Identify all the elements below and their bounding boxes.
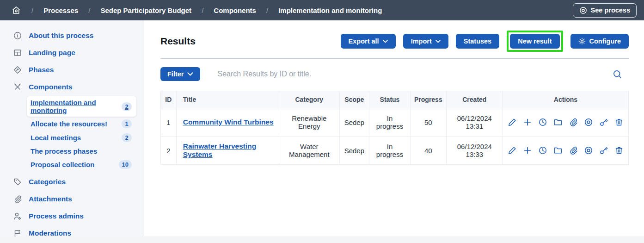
sidebar-item-label: Process admins <box>29 212 84 220</box>
header-scope: Scope <box>339 91 369 108</box>
sidebar-item-about[interactable]: About this process <box>0 28 144 44</box>
components-submenu: Implementation and monitoring 2 Allocate… <box>0 96 144 171</box>
phases-icon <box>13 66 22 74</box>
breadcrumb-separator: / <box>88 6 90 14</box>
created-date: 06/12/2024 <box>451 143 498 150</box>
sidebar-item-moderations[interactable]: Moderations <box>0 225 144 241</box>
export-all-button[interactable]: Export all <box>341 34 396 49</box>
statuses-button[interactable]: Statuses <box>456 34 499 49</box>
header-created: Created <box>446 91 503 108</box>
result-title-link[interactable]: Rainwater Harvesting Systems <box>183 142 257 158</box>
chevron-down-icon <box>435 40 441 43</box>
result-progress: 50 <box>411 108 447 137</box>
history-icon[interactable] <box>538 146 547 155</box>
history-icon[interactable] <box>538 118 547 127</box>
configure-label: Configure <box>589 37 621 45</box>
preview-icon <box>579 6 587 14</box>
header-divider <box>160 58 629 59</box>
new-result-button[interactable]: New result <box>510 34 559 49</box>
filter-label: Filter <box>167 70 184 78</box>
row-actions <box>508 146 624 155</box>
top-navigation-bar: / Processes / Sedep Participatory Budget… <box>0 0 644 20</box>
breadcrumb-current-component[interactable]: Implementation and monitoring <box>278 6 382 14</box>
sidebar-item-label: Components <box>29 83 73 91</box>
sidebar-subitem-allocate-the-resources[interactable]: Allocate the resources! 1 <box>31 117 136 131</box>
result-category: Renewable Energy <box>279 108 339 137</box>
new-result-label: New result <box>518 37 552 45</box>
export-all-label: Export all <box>349 37 379 45</box>
breadcrumb-process-name[interactable]: Sedep Participatory Budget <box>100 6 191 14</box>
sidebar-subitem-proposal-collection[interactable]: Proposal collection 10 <box>31 158 136 171</box>
tag-icon <box>13 178 22 186</box>
permissions-icon[interactable] <box>599 118 608 127</box>
created-time: 13:31 <box>451 122 498 130</box>
flag-icon <box>13 229 22 237</box>
result-scope: Sedep <box>339 108 369 137</box>
header-progress: Progress <box>411 91 447 108</box>
chevron-down-icon <box>383 40 388 43</box>
result-id: 2 <box>161 137 177 165</box>
header-title: Title <box>176 91 279 108</box>
result-title-link[interactable]: Community Wind Turbines <box>183 118 274 126</box>
sidebar-subitem-the-process-phases[interactable]: The process phases <box>31 145 136 157</box>
statuses-label: Statuses <box>464 37 491 45</box>
see-process-button[interactable]: See process <box>573 3 637 18</box>
edit-icon[interactable] <box>508 118 517 127</box>
import-label: Import <box>411 37 432 45</box>
created-date: 06/12/2024 <box>451 114 498 122</box>
count-badge: 2 <box>122 133 132 142</box>
highlight-annotation: New result <box>507 31 563 52</box>
filter-button[interactable]: Filter <box>160 67 200 81</box>
breadcrumb-components[interactable]: Components <box>214 6 256 14</box>
result-id: 1 <box>161 108 177 137</box>
result-status: In progress <box>369 108 411 137</box>
permissions-icon[interactable] <box>599 146 608 155</box>
info-icon <box>13 31 22 40</box>
preview-icon[interactable] <box>584 146 593 155</box>
import-button[interactable]: Import <box>403 34 448 49</box>
results-panel: Results Export all Import Statuses <box>144 20 644 236</box>
delete-icon[interactable] <box>614 146 624 155</box>
result-created: 06/12/2024 13:33 <box>446 137 503 165</box>
header-status: Status <box>369 91 411 108</box>
sidebar-subitem-label: The process phases <box>31 147 97 155</box>
edit-icon[interactable] <box>508 146 517 155</box>
breadcrumb-separator: / <box>266 6 268 14</box>
sidebar-item-phases[interactable]: Phases <box>0 62 144 78</box>
result-created: 06/12/2024 13:31 <box>446 108 503 137</box>
sidebar-item-label: Attachments <box>29 195 72 203</box>
sidebar-subitem-label: Proposal collection <box>31 161 94 168</box>
breadcrumb-separator: / <box>31 6 33 14</box>
sidebar-item-attachments[interactable]: Attachments <box>0 191 144 207</box>
breadcrumb-processes[interactable]: Processes <box>43 6 78 14</box>
add-icon[interactable] <box>523 118 532 127</box>
folder-icon[interactable] <box>553 146 563 155</box>
search-icon[interactable] <box>613 69 622 79</box>
sidebar-item-label: About this process <box>29 31 93 40</box>
configure-button[interactable]: Configure <box>570 34 629 49</box>
sidebar-subitem-local-meetings[interactable]: Local meetings 2 <box>31 131 136 144</box>
row-actions <box>508 118 624 127</box>
search-input[interactable] <box>217 70 613 78</box>
attachment-icon[interactable] <box>569 146 578 155</box>
sidebar-item-components[interactable]: Components <box>0 79 144 95</box>
result-category: Water Management <box>279 137 339 165</box>
folder-icon[interactable] <box>553 118 563 127</box>
sidebar-subitem-label: Allocate the resources! <box>31 120 107 128</box>
sidebar-item-landing-page[interactable]: Landing page <box>0 45 144 61</box>
preview-icon[interactable] <box>584 118 593 127</box>
attachment-icon[interactable] <box>569 118 578 127</box>
sidebar-item-label: Phases <box>29 66 54 74</box>
add-icon[interactable] <box>523 146 532 155</box>
home-icon[interactable] <box>11 5 21 15</box>
delete-icon[interactable] <box>614 118 624 127</box>
process-sidebar: About this process Landing page Phases <box>0 20 144 236</box>
sidebar-item-process-admins[interactable]: Process admins <box>0 208 144 224</box>
count-badge: 10 <box>119 160 132 169</box>
sidebar-subitem-implementation-and-monitoring[interactable]: Implementation and monitoring 2 <box>27 96 136 117</box>
sidebar-item-categories[interactable]: Categories <box>0 174 144 190</box>
admin-user-icon <box>13 212 22 220</box>
paperclip-icon <box>13 195 22 203</box>
result-scope: Sedep <box>339 137 369 165</box>
result-progress: 40 <box>411 137 447 165</box>
